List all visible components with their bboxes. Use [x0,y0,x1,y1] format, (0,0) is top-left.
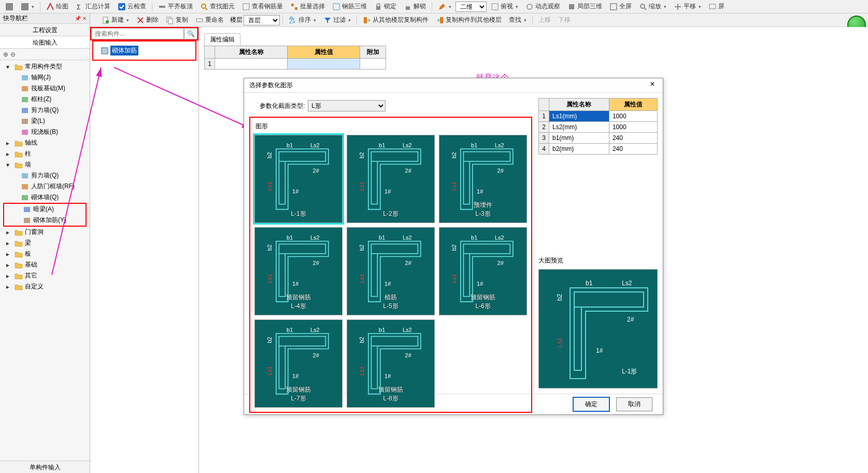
local-3d-button[interactable]: 局部三维 [564,1,605,12]
cloud-check-button[interactable]: 云检查 [115,1,149,12]
tree-column[interactable]: ▸柱 [2,148,88,159]
component-tree[interactable]: ▾常用构件类型 轴网(J)筏板基础(M)框柱(Z)剪力墙(Q)梁(L)现浇板(B… [0,60,90,461]
tree-axis[interactable]: ▸轴线 [2,137,88,148]
shapes-grid: b1Ls2b2Ls12#1#L-1形b1Ls2b2Ls12#1#L-2形b1Ls… [252,133,529,410]
svg-text:1#: 1# [596,347,603,354]
view-rebar-button[interactable]: 查看钢筋量 [239,1,286,12]
svg-line-18 [644,8,646,10]
shape-tile[interactable]: b1Ls2b2Ls12#1#L-1形 [254,135,343,223]
property-editor-tab[interactable]: 属性编辑 [204,33,240,46]
unlock-button[interactable]: 解锁 [401,1,429,12]
new-button[interactable]: 新建▾ [98,14,132,26]
search-button[interactable]: 🔍 [184,28,197,39]
svg-text:2#: 2# [313,168,320,174]
findreplace-button[interactable]: 查找▾ [506,14,530,26]
delete-button[interactable]: 删除 [133,14,162,26]
pencil-icon[interactable]: ▾ [435,1,454,12]
copy-to-floor-button[interactable]: 复制构件到其他楼层 [433,14,505,26]
svg-rect-28 [440,17,443,23]
tree-item[interactable]: 暗梁(A) [4,204,86,215]
svg-text:Ls1: Ls1 [266,366,273,375]
sum-calc-button[interactable]: Σ汇总计算 [73,1,113,12]
rebar-3d-button[interactable]: 钢筋三维 [329,1,370,12]
zoom-button[interactable]: 缩放▾ [636,1,670,12]
parameter-table[interactable]: 属性名称属性值 1Ls1(mm)10002Ls2(mm)10003b1(mm)2… [538,98,658,155]
fullscreen-button[interactable]: 全屏 [606,1,635,12]
shape-tile[interactable]: b1Ls2b2Ls12#1#植筋L-5形 [347,227,435,315]
svg-text:Ls1: Ls1 [359,274,365,283]
tree-foundation[interactable]: ▸基础 [2,259,88,270]
rename-button[interactable]: 重命名 [192,14,227,26]
svg-text:1#: 1# [385,188,391,194]
param-row[interactable]: 1Ls1(mm)1000 [539,111,658,122]
tree-other[interactable]: ▸其它 [2,270,88,281]
component-item[interactable]: 砌体加筋 [96,44,192,58]
tree-door-window[interactable]: ▸门窗洞 [2,227,88,238]
pan-button[interactable]: 平移▾ [671,1,704,12]
lock-button[interactable]: 锁定 [371,1,400,12]
tree-custom[interactable]: ▸自定义 [2,281,88,292]
section-type-select[interactable]: L形 [308,100,386,112]
tab-single-component-input[interactable]: 单构件输入 [0,461,90,473]
tree-item[interactable]: 框柱(Z) [2,94,88,105]
tree-wall[interactable]: ▾墙 [2,159,88,170]
move-up-button[interactable]: 上移 [535,14,554,26]
close-button[interactable]: ✕ [647,80,658,91]
search-input[interactable] [91,28,184,39]
draw-button[interactable]: 绘图 [43,1,72,12]
svg-rect-36 [22,184,28,189]
shape-tile[interactable]: b1Ls2b2Ls12#1#预埋件L-3形 [439,135,527,223]
tree-slab[interactable]: ▸板 [2,248,88,259]
tree-item[interactable]: 轴网(J) [2,72,88,83]
move-down-button[interactable]: 下移 [555,14,574,26]
property-table[interactable]: 属性名称属性值附加 1 [204,46,386,69]
batch-select-button[interactable]: 批量选择 [287,1,328,12]
param-row[interactable]: 3b1(mm)240 [539,133,658,144]
tree-item[interactable]: 梁(L) [2,116,88,127]
shape-tile[interactable]: b1Ls2b2Ls12#1#L-2形 [347,135,435,223]
expand-icon[interactable]: ⊕ [3,51,8,58]
svg-text:Ls1: Ls1 [266,182,273,191]
top-view-button[interactable]: 俯视▾ [488,1,521,12]
floor-select[interactable]: 首层 [244,15,280,25]
shape-tile[interactable]: b1Ls2b2Ls12#1#预留钢筋L-7形 [254,319,343,408]
tb-misc1[interactable] [2,1,17,12]
svg-text:Ls2: Ls2 [310,234,320,241]
tree-item[interactable]: 人防门框墙(RF) [2,181,88,192]
tree-item[interactable]: 筏板基础(M) [2,83,88,94]
tree-item[interactable]: 剪力墙(Q) [2,170,88,181]
svg-rect-23 [168,19,173,24]
tab-engineering-settings[interactable]: 工程设置 [0,24,90,36]
sort-button[interactable]: AZ排序▾ [286,14,319,26]
shape-tile[interactable]: b1Ls2b2Ls12#1#预留钢筋L-6形 [439,227,527,315]
collapse-icon[interactable]: ⊖ [10,51,16,58]
param-row[interactable]: 2Ls2(mm)1000 [539,122,658,133]
tab-draw-input[interactable]: 绘图输入 [0,36,90,49]
view-mode-select[interactable]: 二维 [456,2,487,12]
copy-from-floor-button[interactable]: 从其他楼层复制构件 [360,14,432,26]
flat-slab-button[interactable]: 平齐板顶 [155,1,196,12]
tree-item[interactable]: 砌体加筋(Y) [4,215,86,226]
tree-beam[interactable]: ▸梁 [2,238,88,248]
tree-item[interactable]: 现浇板(B) [2,127,88,137]
copy-button[interactable]: 复制 [163,14,191,26]
svg-text:b1: b1 [379,327,385,333]
tree-item[interactable]: 剪力墙(Q) [2,105,88,116]
filter-button[interactable]: 过滤▾ [320,14,354,26]
tb-misc2[interactable]: ▾ [18,1,37,12]
dynamic-view-button[interactable]: 动态观察 [522,1,563,12]
shape-tile[interactable]: b1Ls2b2Ls12#1#预留钢筋L-4形 [254,227,343,315]
svg-rect-31 [22,97,28,102]
cancel-button[interactable]: 取消 [616,397,652,411]
ok-button[interactable]: 确定 [573,397,610,412]
svg-text:2#: 2# [627,316,634,323]
tree-common-types[interactable]: ▾常用构件类型 [2,61,88,72]
find-element-button[interactable]: 查找图元 [197,1,238,12]
svg-text:b1: b1 [379,142,385,148]
param-row[interactable]: 4b2(mm)240 [539,144,658,155]
shape-tile[interactable]: b1Ls2b2Ls12#1#预留钢筋L-8形 [347,319,435,408]
tree-item[interactable]: 砌体墙(Q) [2,192,88,203]
svg-point-14 [527,4,532,9]
screen-button[interactable]: 屏 [705,1,728,12]
pin-icon[interactable]: 📌 ✕ [75,16,87,21]
